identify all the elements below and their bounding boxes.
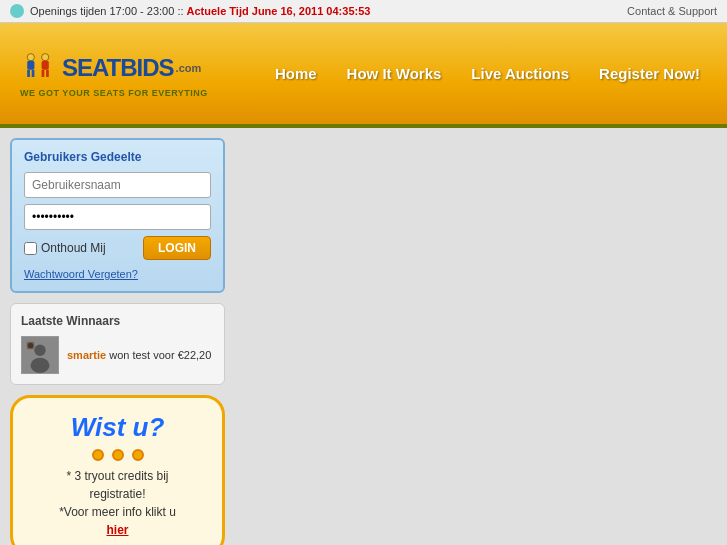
wist-text: * 3 tryout credits bij registratie! *Voo… (29, 467, 206, 539)
nav-register[interactable]: Register Now! (599, 65, 700, 82)
logo-area: SEATBIDS.com WE GOT YOUR SEATS FOR EVERY… (20, 50, 208, 98)
forgot-password-link[interactable]: Wachtwoord Vergeten? (24, 268, 138, 280)
winner-row: smartie won test voor €22,20 (21, 336, 214, 374)
main-content: Gebruikers Gedeelte Onthoud Mij LOGIN Wa… (0, 128, 727, 545)
nav: Home How It Works Live Auctions Register… (268, 65, 707, 82)
logo-tagline: WE GOT YOUR SEATS FOR EVERYTING (20, 88, 208, 98)
svg-rect-1 (27, 60, 34, 69)
logo: SEATBIDS.com (20, 50, 201, 86)
contact-support-link[interactable]: Contact & Support (627, 5, 717, 17)
logo-icon (20, 50, 56, 86)
wist-line2: registratie! (29, 485, 206, 503)
wist-bubbles (29, 449, 206, 461)
winner-info: smartie won test voor €22,20 (67, 349, 211, 361)
right-panel (235, 138, 717, 545)
svg-rect-5 (42, 60, 49, 69)
logo-com: .com (176, 62, 202, 74)
nav-live-auctions[interactable]: Live Auctions (471, 65, 569, 82)
svg-point-12 (28, 343, 34, 349)
wist-bubble-1 (92, 449, 104, 461)
wist-box: Wist u? * 3 tryout credits bij registrat… (10, 395, 225, 545)
nav-home[interactable]: Home (275, 65, 317, 82)
svg-rect-2 (27, 69, 30, 76)
svg-rect-3 (32, 69, 35, 76)
winner-thumbnail (21, 336, 59, 374)
login-button[interactable]: LOGIN (143, 236, 211, 260)
remember-text: Onthoud Mij (41, 241, 106, 255)
winner-action: won test (109, 349, 150, 361)
logo-text-seat: SEATBIDS (62, 54, 174, 82)
winner-price: voor €22,20 (153, 349, 211, 361)
nav-how-it-works[interactable]: How It Works (347, 65, 442, 82)
login-title: Gebruikers Gedeelte (24, 150, 211, 164)
password-input[interactable] (24, 204, 211, 230)
current-time: Actuele Tijd June 16, 2011 04:35:53 (187, 5, 371, 17)
topbar: Openings tijden 17:00 - 23:00 :: Actuele… (0, 0, 727, 23)
opening-label: Openings tijden 17:00 - 23:00 :: (30, 5, 184, 17)
wist-title: Wist u? (29, 412, 206, 443)
svg-rect-7 (46, 69, 49, 76)
winners-box: Laatste Winnaars smartie won test vo (10, 303, 225, 385)
wist-bubble-2 (112, 449, 124, 461)
status-dot (10, 4, 24, 18)
svg-point-0 (27, 53, 34, 60)
left-panel: Gebruikers Gedeelte Onthoud Mij LOGIN Wa… (10, 138, 225, 545)
username-input[interactable] (24, 172, 211, 198)
opening-hours: Openings tijden 17:00 - 23:00 :: Actuele… (30, 5, 370, 17)
remember-checkbox[interactable] (24, 242, 37, 255)
winner-thumb-image (22, 337, 58, 373)
svg-point-10 (31, 358, 50, 373)
header: SEATBIDS.com WE GOT YOUR SEATS FOR EVERY… (0, 23, 727, 128)
wist-line1: * 3 tryout credits bij (29, 467, 206, 485)
wist-link[interactable]: hier (106, 523, 128, 537)
svg-rect-6 (42, 69, 45, 76)
topbar-left: Openings tijden 17:00 - 23:00 :: Actuele… (10, 4, 370, 18)
svg-point-4 (42, 53, 49, 60)
login-box: Gebruikers Gedeelte Onthoud Mij LOGIN Wa… (10, 138, 225, 293)
login-row: Onthoud Mij LOGIN (24, 236, 211, 260)
wist-bubble-3 (132, 449, 144, 461)
winner-name: smartie (67, 349, 106, 361)
svg-point-9 (34, 345, 45, 356)
winners-title: Laatste Winnaars (21, 314, 214, 328)
remember-label: Onthoud Mij (24, 241, 106, 255)
wist-line3: *Voor meer info klikt u (29, 503, 206, 521)
